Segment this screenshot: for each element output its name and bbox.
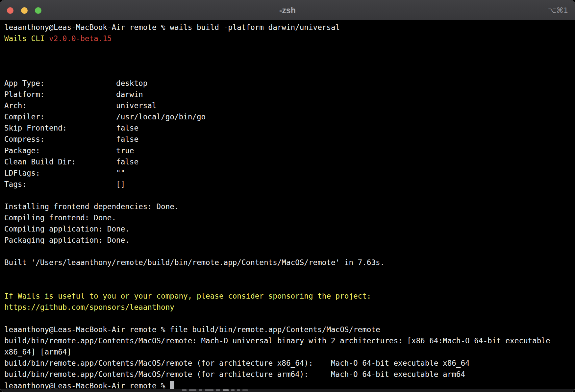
terminal-content[interactable]: leaanthony@Leas-MacBook-Air remote % wai… (0, 20, 575, 392)
terminal-line (4, 279, 575, 290)
terminal-line: build/bin/remote.app/Contents/MacOS/remo… (4, 369, 575, 380)
terminal-line (4, 44, 575, 55)
terminal-text-segment: Compiling frontend: Done. (4, 213, 116, 222)
terminal-line: leaanthony@Leas-MacBook-Air remote % wai… (4, 22, 575, 33)
terminal-line (4, 190, 575, 201)
close-button[interactable] (7, 7, 13, 14)
terminal-text-segment: Wails CLI (4, 34, 49, 43)
terminal-line: leaanthony@Leas-MacBook-Air remote % fil… (4, 324, 575, 335)
terminal-line: If Wails is useful to you or your compan… (4, 290, 575, 302)
terminal-line: Tags: [] (4, 179, 575, 190)
fullscreen-button[interactable] (35, 7, 41, 14)
terminal-text-segment: leaanthony@Leas-MacBook-Air remote % fil… (4, 325, 380, 334)
terminal-line: Arch: universal (4, 100, 575, 111)
terminal-line: https://github.com/sponsors/leaanthony (4, 302, 575, 313)
terminal-text-segment: Compress: false (4, 135, 138, 143)
terminal-text-segment: Built '/Users/leaanthony/remote/build/bi… (4, 258, 385, 267)
terminal-line (4, 55, 575, 66)
terminal-text-segment: App Type: desktop (4, 79, 147, 87)
terminal-line: Compress: false (4, 134, 575, 145)
terminal-text-segment: Compiler: /usr/local/go/bin/go (4, 112, 206, 121)
terminal-line: Platform: darwin (4, 89, 575, 100)
terminal-line: x86_64] [arm64] (4, 346, 575, 357)
terminal-text-segment: If Wails is useful to you or your compan… (4, 292, 371, 300)
terminal-text-segment: build/bin/remote.app/Contents/MacOS/remo… (4, 336, 550, 345)
terminal-line: Compiling frontend: Done. (4, 212, 575, 223)
terminal-line: Compiler: /usr/local/go/bin/go (4, 111, 575, 122)
terminal-line: build/bin/remote.app/Contents/MacOS/remo… (4, 357, 575, 369)
terminal-line: Wails CLI v2.0.0-beta.15 (4, 33, 575, 44)
terminal-text-segment: build/bin/remote.app/Contents/MacOS/remo… (4, 370, 465, 379)
window-title: -zsh (0, 0, 575, 20)
terminal-text-segment: Packaging application: Done. (4, 236, 130, 244)
terminal-line: LDFlags: "" (4, 167, 575, 179)
terminal-text-segment: leaanthony@Leas-MacBook-Air remote % wai… (4, 23, 340, 32)
terminal-line (4, 66, 575, 78)
tab-shortcut-label: ⌥⌘1 (548, 0, 568, 20)
bottom-clipped-artifact (0, 389, 575, 392)
terminal-text-segment: Package: true (4, 146, 134, 155)
terminal-text-segment: v2.0.0-beta.15 (49, 34, 112, 43)
terminal-line: App Type: desktop (4, 78, 575, 89)
minimize-button[interactable] (21, 7, 28, 14)
window-titlebar[interactable]: -zsh ⌥⌘1 (0, 0, 575, 20)
terminal-text-segment: Skip Frontend: false (4, 124, 138, 132)
terminal-line: Compiling application: Done. (4, 223, 575, 234)
terminal-text-segment: Installing frontend dependencies: Done. (4, 202, 179, 211)
terminal-line: build/bin/remote.app/Contents/MacOS/remo… (4, 335, 575, 346)
terminal-text-segment: Arch: universal (4, 101, 157, 110)
terminal-text-segment: https://github.com/sponsors/leaanthony (4, 303, 174, 311)
terminal-text-segment: Clean Build Dir: false (4, 158, 138, 166)
terminal-line: Clean Build Dir: false (4, 156, 575, 167)
terminal-line: Package: true (4, 145, 575, 156)
terminal-text-segment: x86_64] [arm64] (4, 348, 71, 356)
terminal-line: Packaging application: Done. (4, 234, 575, 246)
terminal-line: Installing frontend dependencies: Done. (4, 201, 575, 212)
terminal-text-segment: Compiling application: Done. (4, 225, 130, 233)
terminal-window: -zsh ⌥⌘1 leaanthony@Leas-MacBook-Air rem… (0, 0, 575, 392)
terminal-line: Skip Frontend: false (4, 122, 575, 134)
terminal-text-segment: build/bin/remote.app/Contents/MacOS/remo… (4, 359, 470, 367)
terminal-line (4, 268, 575, 279)
terminal-line (4, 313, 575, 324)
terminal-text-segment: LDFlags: "" (4, 169, 125, 177)
terminal-text-segment: Tags: [] (4, 180, 125, 188)
terminal-line (4, 246, 575, 257)
terminal-line: Built '/Users/leaanthony/remote/build/bi… (4, 257, 575, 268)
terminal-text-segment: Platform: darwin (4, 90, 143, 99)
